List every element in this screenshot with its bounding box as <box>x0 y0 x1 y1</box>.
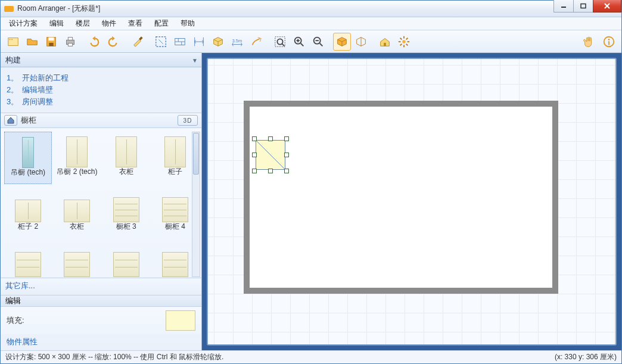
resize-handle[interactable] <box>252 136 257 141</box>
close-button[interactable] <box>593 0 621 13</box>
edit-header[interactable]: 编辑 <box>1 295 201 307</box>
svg-rect-11 <box>68 37 72 40</box>
svg-text:3.5m: 3.5m <box>232 38 242 43</box>
resize-handle[interactable] <box>268 169 273 173</box>
step-room-adjust[interactable]: 房间调整 <box>22 96 53 108</box>
fill-label: 填充: <box>7 315 24 326</box>
category-title: 橱柜 <box>21 115 36 126</box>
svg-rect-9 <box>49 42 53 46</box>
paint-button[interactable] <box>128 33 146 51</box>
status-coords: (x: 330 y: 306 厘米) <box>555 352 617 362</box>
library-scrollbar[interactable] <box>192 132 200 277</box>
statusbar: 设计方案: 500 × 300 厘米 -- 缩放: 100% -- 使用 Ctr… <box>1 350 621 363</box>
svg-line-40 <box>406 38 408 39</box>
resize-handle[interactable] <box>252 169 257 173</box>
svg-line-38 <box>406 43 408 45</box>
view-front-icon[interactable] <box>352 33 370 51</box>
measure-icon[interactable]: 3.5m <box>228 33 246 51</box>
resize-handle[interactable] <box>252 153 257 157</box>
fill-row: 填充: <box>1 307 201 334</box>
menu-help[interactable]: 帮助 <box>176 17 200 30</box>
app-icon <box>4 6 14 12</box>
redo-button[interactable] <box>104 33 122 51</box>
lib-item-diaochu2[interactable]: 吊橱 2 (tech) <box>53 132 101 184</box>
info-icon[interactable] <box>600 33 618 51</box>
fill-swatch[interactable] <box>166 310 195 331</box>
svg-line-37 <box>400 38 402 39</box>
resize-handle[interactable] <box>284 169 289 173</box>
svg-rect-8 <box>48 37 54 40</box>
hand-icon[interactable] <box>580 33 598 51</box>
titlebar: Room Arranger - [无标题*] <box>1 1 621 17</box>
brick-button[interactable] <box>171 33 189 51</box>
minimize-button[interactable] <box>553 0 574 13</box>
zoom-out-icon[interactable] <box>309 33 327 51</box>
build-panel: 构建 ▼ 1。开始新的工程 2。编辑墙壁 3。房间调整 橱柜 3D 吊橱 (te… <box>1 53 201 295</box>
sidebar: 构建 ▼ 1。开始新的工程 2。编辑墙壁 3。房间调整 橱柜 3D 吊橱 (te… <box>1 53 202 350</box>
svg-line-29 <box>320 43 323 46</box>
zoom-in-icon[interactable] <box>290 33 308 51</box>
main-area: 构建 ▼ 1。开始新的工程 2。编辑墙壁 3。房间调整 橱柜 3D 吊橱 (te… <box>1 53 621 350</box>
app-window: Room Arranger - [无标题*] 设计方案 编辑 楼层 物件 查看 … <box>0 0 622 364</box>
lib-item-guizi2[interactable]: 柜子 2 <box>4 186 52 239</box>
room-outline[interactable] <box>244 101 558 294</box>
menu-edit[interactable]: 编辑 <box>45 17 69 30</box>
dimension-icon[interactable] <box>190 33 208 51</box>
menu-object[interactable]: 物件 <box>97 17 121 30</box>
other-libraries-link[interactable]: 其它库... <box>1 278 201 295</box>
svg-rect-1 <box>581 4 586 8</box>
category-header: 橱柜 3D <box>1 113 201 128</box>
settings-icon[interactable] <box>395 33 413 51</box>
canvas-wrap <box>202 53 621 350</box>
status-left: 设计方案: 500 × 300 厘米 -- 缩放: 100% -- 使用 Ctr… <box>5 352 223 362</box>
lib-item-yigui2[interactable]: 衣柜 <box>53 186 101 239</box>
menu-view[interactable]: 查看 <box>123 17 147 30</box>
svg-point-6 <box>11 39 13 40</box>
build-header-label: 构建 <box>5 55 21 66</box>
library: 吊橱 (tech) 吊橱 2 (tech) 衣柜 柜子 柜子 2 衣柜 橱柜 3… <box>1 128 201 295</box>
edit-wall-icon[interactable] <box>247 33 265 51</box>
maximize-button[interactable] <box>573 0 593 13</box>
svg-line-23 <box>282 43 285 46</box>
lib-item-chugui3[interactable]: 橱柜 3 <box>102 186 150 239</box>
resize-handle[interactable] <box>268 136 273 141</box>
menu-floor[interactable]: 楼层 <box>71 17 95 30</box>
render-icon[interactable] <box>376 33 394 51</box>
wall-button[interactable] <box>152 33 170 51</box>
svg-line-44 <box>256 140 285 170</box>
home-button[interactable] <box>4 115 17 126</box>
new-button[interactable] <box>4 33 22 51</box>
menu-config[interactable]: 配置 <box>150 17 173 30</box>
svg-rect-31 <box>384 42 386 46</box>
save-button[interactable] <box>42 33 60 51</box>
menubar: 设计方案 编辑 楼层 物件 查看 配置 帮助 <box>1 17 621 30</box>
svg-point-5 <box>10 39 11 40</box>
svg-line-39 <box>400 43 402 45</box>
selected-object[interactable] <box>252 136 289 173</box>
svg-line-15 <box>158 39 163 43</box>
open-button[interactable] <box>23 33 41 51</box>
window-title: Room Arranger - [无标题*] <box>17 4 100 14</box>
collapse-icon: ▼ <box>192 57 198 64</box>
zoom-fit-icon[interactable] <box>271 33 289 51</box>
step-new-project[interactable]: 开始新的工程 <box>22 72 69 84</box>
build-steps: 1。开始新的工程 2。编辑墙壁 3。房间调整 <box>1 67 201 113</box>
undo-button[interactable] <box>85 33 103 51</box>
object-properties-link[interactable]: 物件属性 <box>1 334 201 352</box>
resize-handle[interactable] <box>284 153 289 157</box>
step-edit-walls[interactable]: 编辑墙壁 <box>22 84 53 96</box>
svg-line-25 <box>301 43 304 46</box>
print-button[interactable] <box>61 33 79 51</box>
view-3d-icon[interactable] <box>333 33 351 51</box>
3d-toggle[interactable]: 3D <box>178 115 198 126</box>
window-controls <box>554 0 621 13</box>
menu-design[interactable]: 设计方案 <box>4 17 42 30</box>
resize-handle[interactable] <box>284 136 289 141</box>
svg-point-22 <box>277 39 282 44</box>
box-icon[interactable] <box>209 33 227 51</box>
svg-point-42 <box>608 38 610 40</box>
lib-item-yigui[interactable]: 衣柜 <box>102 132 150 184</box>
build-header[interactable]: 构建 ▼ <box>1 53 201 67</box>
lib-item-diaochu-tech[interactable]: 吊橱 (tech) <box>4 132 52 184</box>
canvas[interactable] <box>207 58 617 346</box>
